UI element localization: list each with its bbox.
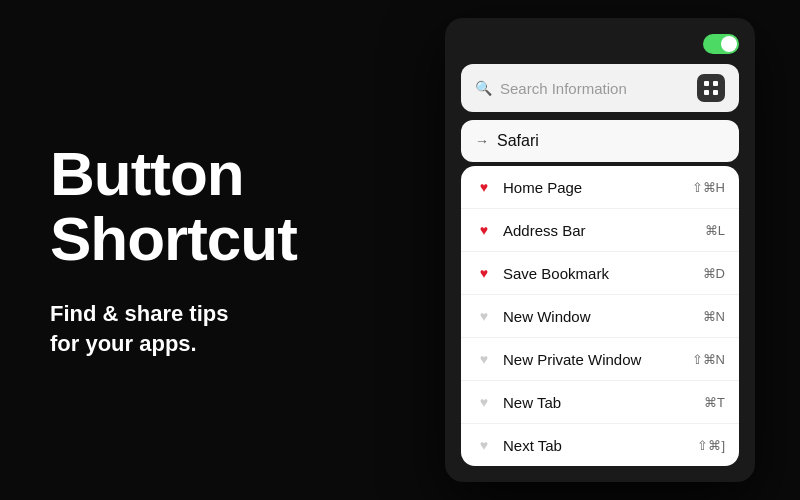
list-item[interactable]: ♥Next Tab⇧⌘] bbox=[461, 424, 739, 466]
shortcut-keys: ⇧⌘N bbox=[692, 352, 725, 367]
list-item[interactable]: ♥New Private Window⇧⌘N bbox=[461, 338, 739, 381]
list-item[interactable]: ♥Home Page⇧⌘H bbox=[461, 166, 739, 209]
heart-empty-icon[interactable]: ♥ bbox=[475, 350, 493, 368]
toggle-row bbox=[461, 34, 739, 54]
subtitle-line1: Find & share tips bbox=[50, 301, 228, 326]
left-panel: Button Shortcut Find & share tips for yo… bbox=[0, 91, 420, 409]
item-label: Next Tab bbox=[503, 437, 687, 454]
heart-empty-icon[interactable]: ♥ bbox=[475, 436, 493, 454]
safari-row[interactable]: → Safari bbox=[461, 120, 739, 162]
shortcuts-list: ♥Home Page⇧⌘H♥Address Bar⌘L♥Save Bookmar… bbox=[461, 166, 739, 466]
right-panel: 🔍 Search Information → Safari ♥Home Page… bbox=[420, 0, 800, 500]
heart-empty-icon[interactable]: ♥ bbox=[475, 393, 493, 411]
item-label: Address Bar bbox=[503, 222, 695, 239]
svg-rect-3 bbox=[713, 90, 718, 95]
svg-rect-1 bbox=[713, 81, 718, 86]
list-item[interactable]: ♥Address Bar⌘L bbox=[461, 209, 739, 252]
search-icon: 🔍 bbox=[475, 80, 492, 96]
svg-rect-2 bbox=[704, 90, 709, 95]
title-line2: Shortcut bbox=[50, 204, 297, 273]
safari-label: Safari bbox=[497, 132, 539, 150]
grid-icon[interactable] bbox=[697, 74, 725, 102]
title-line1: Button bbox=[50, 139, 244, 208]
heart-filled-icon[interactable]: ♥ bbox=[475, 178, 493, 196]
shortcut-keys: ⌘D bbox=[703, 266, 725, 281]
item-label: Home Page bbox=[503, 179, 682, 196]
arrow-icon: → bbox=[475, 133, 489, 149]
shortcut-keys: ⇧⌘] bbox=[697, 438, 725, 453]
svg-rect-0 bbox=[704, 81, 709, 86]
item-label: New Tab bbox=[503, 394, 694, 411]
heart-filled-icon[interactable]: ♥ bbox=[475, 264, 493, 282]
subtitle-line2: for your apps. bbox=[50, 331, 197, 356]
toggle-switch[interactable] bbox=[703, 34, 739, 54]
search-bar[interactable]: 🔍 Search Information bbox=[461, 64, 739, 112]
search-input-placeholder[interactable]: Search Information bbox=[500, 80, 689, 97]
item-label: Save Bookmark bbox=[503, 265, 693, 282]
heart-filled-icon[interactable]: ♥ bbox=[475, 221, 493, 239]
phone-frame: 🔍 Search Information → Safari ♥Home Page… bbox=[445, 18, 755, 482]
item-label: New Private Window bbox=[503, 351, 682, 368]
list-item[interactable]: ♥New Tab⌘T bbox=[461, 381, 739, 424]
list-item[interactable]: ♥Save Bookmark⌘D bbox=[461, 252, 739, 295]
heart-empty-icon[interactable]: ♥ bbox=[475, 307, 493, 325]
shortcut-keys: ⌘T bbox=[704, 395, 725, 410]
subtitle: Find & share tips for your apps. bbox=[50, 299, 370, 358]
shortcut-keys: ⇧⌘H bbox=[692, 180, 725, 195]
list-item[interactable]: ♥New Window⌘N bbox=[461, 295, 739, 338]
shortcut-keys: ⌘L bbox=[705, 223, 725, 238]
main-title: Button Shortcut bbox=[50, 141, 370, 271]
shortcut-keys: ⌘N bbox=[703, 309, 725, 324]
item-label: New Window bbox=[503, 308, 693, 325]
